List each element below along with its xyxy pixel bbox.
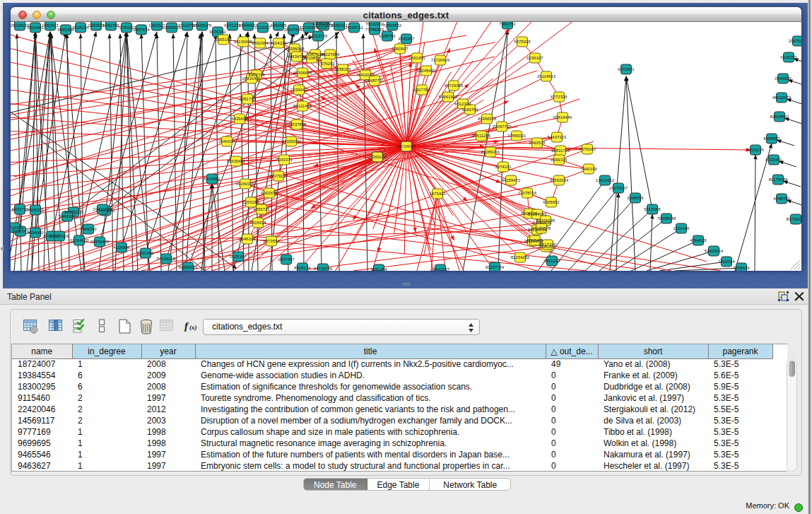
svg-text:51402614: 51402614 bbox=[705, 249, 724, 253]
svg-text:14365370: 14365370 bbox=[282, 139, 301, 144]
svg-text:76402067: 76402067 bbox=[356, 73, 375, 77]
svg-text:82889093: 82889093 bbox=[179, 265, 198, 269]
svg-text:87394983: 87394983 bbox=[528, 212, 547, 216]
svg-text:8414852: 8414852 bbox=[204, 177, 220, 181]
svg-text:24180578: 24180578 bbox=[532, 226, 551, 230]
svg-text:4431982: 4431982 bbox=[137, 251, 154, 255]
svg-text:07413748: 07413748 bbox=[93, 207, 112, 211]
svg-text:6565150: 6565150 bbox=[215, 37, 232, 42]
svg-text:22470455: 22470455 bbox=[90, 240, 110, 244]
svg-text:6338750: 6338750 bbox=[379, 34, 396, 38]
svg-text:65630481: 65630481 bbox=[227, 159, 246, 163]
svg-text:38885393: 38885393 bbox=[312, 22, 331, 25]
svg-text:0837407: 0837407 bbox=[278, 257, 295, 262]
svg-text:17880021: 17880021 bbox=[507, 134, 526, 138]
svg-text:6512330: 6512330 bbox=[454, 102, 471, 106]
svg-text:18300295: 18300295 bbox=[368, 155, 387, 159]
svg-text:70658948: 70658948 bbox=[657, 216, 676, 221]
svg-text:5169784: 5169784 bbox=[461, 107, 478, 112]
svg-text:6691564: 6691564 bbox=[252, 41, 269, 45]
svg-text:77741215: 77741215 bbox=[365, 28, 384, 32]
svg-text:0399315: 0399315 bbox=[551, 158, 567, 162]
svg-text:30552034: 30552034 bbox=[550, 178, 569, 182]
svg-text:56130445: 56130445 bbox=[234, 40, 253, 44]
svg-text:72803852: 72803852 bbox=[383, 23, 402, 28]
svg-text:76122202: 76122202 bbox=[365, 22, 384, 26]
svg-text:28831436: 28831436 bbox=[242, 76, 261, 81]
svg-text:7940199: 7940199 bbox=[580, 167, 597, 171]
svg-text:0317764: 0317764 bbox=[413, 88, 430, 92]
svg-text:0434839: 0434839 bbox=[775, 76, 792, 81]
svg-text:f: f bbox=[184, 320, 189, 332]
svg-text:7990751: 7990751 bbox=[499, 22, 516, 26]
svg-text:54437323: 54437323 bbox=[548, 135, 567, 139]
svg-text:49306668: 49306668 bbox=[293, 71, 312, 75]
svg-text:26114913: 26114913 bbox=[537, 74, 556, 78]
svg-text:6002675: 6002675 bbox=[261, 191, 278, 195]
svg-text:86111489: 86111489 bbox=[293, 104, 312, 108]
svg-text:4104234: 4104234 bbox=[270, 41, 287, 45]
svg-text:1673420: 1673420 bbox=[429, 192, 446, 196]
svg-text:1419314: 1419314 bbox=[718, 259, 735, 264]
svg-text:82828807: 82828807 bbox=[770, 115, 789, 119]
svg-text:9305652: 9305652 bbox=[543, 200, 560, 204]
svg-text:1415618: 1415618 bbox=[249, 221, 266, 225]
svg-text:6546107: 6546107 bbox=[239, 237, 256, 241]
svg-text:93729306: 93729306 bbox=[445, 83, 464, 88]
svg-text:7343373: 7343373 bbox=[276, 158, 293, 162]
svg-text:50326245: 50326245 bbox=[536, 218, 555, 223]
svg-text:49366578: 49366578 bbox=[478, 117, 497, 121]
svg-text:04718746: 04718746 bbox=[314, 267, 333, 271]
svg-text:4504000: 4504000 bbox=[27, 230, 44, 235]
svg-text:27611256: 27611256 bbox=[472, 134, 491, 138]
svg-text:57249208: 57249208 bbox=[157, 257, 176, 261]
svg-text:29841537: 29841537 bbox=[431, 267, 450, 271]
svg-text:01687731: 01687731 bbox=[365, 78, 384, 83]
svg-text:7058649: 7058649 bbox=[733, 266, 750, 270]
svg-text:4788783: 4788783 bbox=[773, 197, 790, 201]
svg-text:84335326: 84335326 bbox=[50, 234, 69, 238]
svg-text:72720429: 72720429 bbox=[431, 58, 450, 62]
svg-text:24595711: 24595711 bbox=[345, 25, 364, 30]
svg-text:41979237: 41979237 bbox=[269, 174, 288, 178]
svg-text:4628194: 4628194 bbox=[72, 25, 89, 30]
svg-text:3191284: 3191284 bbox=[370, 267, 387, 271]
svg-text:77718341: 77718341 bbox=[11, 226, 24, 230]
svg-text:0018263: 0018263 bbox=[780, 55, 797, 59]
svg-text:93814449: 93814449 bbox=[553, 115, 572, 119]
svg-text:8818174: 8818174 bbox=[294, 266, 311, 270]
svg-text:51313735: 51313735 bbox=[309, 34, 328, 38]
svg-text:3268656: 3268656 bbox=[627, 196, 644, 200]
svg-text:5515058: 5515058 bbox=[644, 207, 661, 211]
svg-text:6236107: 6236107 bbox=[526, 56, 543, 60]
svg-text:2493516: 2493516 bbox=[529, 141, 546, 145]
svg-text:85356068: 85356068 bbox=[286, 47, 305, 51]
svg-text:48620579: 48620579 bbox=[772, 95, 792, 100]
svg-text:8033401: 8033401 bbox=[765, 158, 782, 162]
svg-text:5575918: 5575918 bbox=[514, 40, 531, 44]
svg-text:1311440: 1311440 bbox=[673, 226, 690, 230]
svg-text:59045440: 59045440 bbox=[417, 69, 436, 73]
svg-text:8058887: 8058887 bbox=[763, 136, 780, 141]
svg-text:4333776: 4333776 bbox=[11, 207, 28, 211]
svg-text:0431955: 0431955 bbox=[408, 56, 425, 60]
svg-text:2213878: 2213878 bbox=[303, 56, 320, 60]
svg-text:5449920: 5449920 bbox=[59, 214, 76, 218]
svg-text:5873557: 5873557 bbox=[263, 239, 280, 243]
svg-text:9022279: 9022279 bbox=[747, 148, 764, 152]
svg-text:74537838: 74537838 bbox=[288, 122, 307, 127]
svg-text:6772326: 6772326 bbox=[551, 95, 567, 99]
svg-text:38831701: 38831701 bbox=[551, 148, 570, 153]
svg-text:50961923: 50961923 bbox=[439, 95, 458, 99]
svg-text:97465075: 97465075 bbox=[193, 23, 212, 28]
svg-text:9170342: 9170342 bbox=[209, 30, 226, 34]
svg-text:18724007: 18724007 bbox=[397, 144, 416, 148]
svg-text:4264628: 4264628 bbox=[690, 238, 707, 243]
svg-text:7576283: 7576283 bbox=[318, 62, 335, 66]
svg-text:0025167: 0025167 bbox=[230, 255, 247, 259]
svg-text:13613412: 13613412 bbox=[596, 178, 615, 182]
svg-text:13078716: 13078716 bbox=[518, 191, 537, 195]
svg-text:80175989: 80175989 bbox=[769, 177, 788, 182]
svg-text:24273167: 24273167 bbox=[609, 186, 628, 190]
svg-text:1860913: 1860913 bbox=[42, 23, 59, 28]
